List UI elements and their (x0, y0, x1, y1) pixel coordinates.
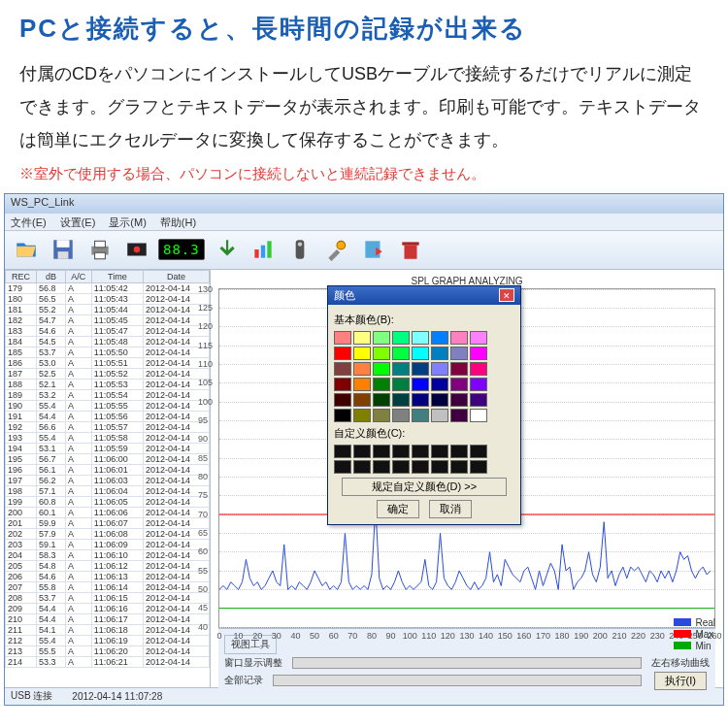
dialog-titlebar[interactable]: 颜色 ✕ (328, 286, 520, 305)
color-swatch[interactable] (334, 331, 351, 345)
color-swatch[interactable] (353, 409, 371, 422)
color-swatch[interactable] (373, 393, 390, 407)
tools-icon[interactable] (321, 234, 352, 265)
color-swatch[interactable] (353, 393, 371, 407)
color-swatch[interactable] (412, 378, 429, 391)
view-tools-label: 视图工具 (224, 635, 277, 654)
color-swatch[interactable] (470, 347, 487, 360)
svg-rect-8 (254, 249, 258, 258)
color-swatch[interactable] (392, 331, 410, 345)
color-swatch[interactable] (450, 409, 468, 422)
color-swatch[interactable] (392, 347, 410, 360)
chart-icon[interactable] (248, 234, 279, 265)
window-adjust-scrollbar[interactable] (292, 657, 642, 669)
color-swatch[interactable] (431, 378, 448, 391)
custom-swatch[interactable] (353, 460, 371, 474)
color-swatch[interactable] (450, 362, 468, 376)
ok-button[interactable]: 确定 (377, 500, 419, 518)
custom-color-swatches[interactable] (334, 445, 514, 474)
custom-swatch[interactable] (470, 460, 487, 474)
custom-swatch[interactable] (334, 445, 351, 458)
color-swatch[interactable] (431, 331, 448, 345)
all-records-scrollbar[interactable] (273, 675, 642, 686)
page-description: 付属のCDをパソコンにインストールしてUSBケーブルで接続するだけでリアルに測定… (0, 53, 728, 165)
color-swatch[interactable] (450, 393, 468, 407)
data-table[interactable]: RECdBA/CTimeDate17956.8A11:05:422012-04-… (5, 270, 211, 687)
color-swatch[interactable] (334, 362, 351, 376)
menu-file[interactable]: 文件(E) (11, 215, 47, 228)
custom-swatch[interactable] (334, 460, 351, 474)
color-swatch[interactable] (470, 378, 487, 391)
custom-swatch[interactable] (431, 460, 448, 474)
color-swatch[interactable] (373, 331, 390, 345)
color-swatch[interactable] (353, 378, 371, 391)
color-swatch[interactable] (373, 347, 390, 360)
menu-view[interactable]: 显示(M) (109, 215, 147, 228)
color-swatch[interactable] (431, 409, 448, 422)
color-swatch[interactable] (334, 409, 351, 422)
download-icon[interactable] (211, 234, 242, 265)
custom-swatch[interactable] (431, 445, 448, 458)
define-custom-button[interactable]: 规定自定义颜色(D) >> (342, 478, 507, 496)
color-swatch[interactable] (470, 409, 487, 422)
meter-icon[interactable] (284, 234, 315, 265)
color-swatch[interactable] (470, 331, 487, 345)
custom-swatch[interactable] (450, 445, 468, 458)
close-icon[interactable]: ✕ (499, 288, 514, 302)
open-icon[interactable] (11, 234, 42, 265)
menu-bar[interactable]: 文件(E) 设置(E) 显示(M) 帮助(H) (5, 214, 723, 231)
custom-swatch[interactable] (412, 445, 429, 458)
print-icon[interactable] (84, 234, 116, 265)
color-swatch[interactable] (373, 378, 390, 391)
color-swatch[interactable] (412, 362, 429, 376)
cancel-button[interactable]: 取消 (429, 500, 472, 518)
menu-settings[interactable]: 设置(E) (60, 215, 96, 228)
color-swatch[interactable] (373, 409, 390, 422)
export-icon[interactable] (358, 234, 389, 265)
svg-rect-4 (95, 241, 106, 248)
color-swatch[interactable] (353, 347, 371, 360)
custom-swatch[interactable] (373, 460, 390, 474)
color-swatch[interactable] (470, 393, 487, 407)
custom-swatch[interactable] (412, 460, 429, 474)
execute-button[interactable]: 执行(I) (654, 672, 707, 690)
color-swatch[interactable] (334, 347, 351, 360)
color-swatch[interactable] (450, 347, 468, 360)
custom-swatch[interactable] (392, 445, 410, 458)
color-swatch[interactable] (431, 347, 448, 360)
color-swatch[interactable] (353, 331, 371, 345)
color-swatch[interactable] (412, 331, 429, 345)
toolbar: 88.3 (5, 231, 723, 270)
color-swatch[interactable] (392, 409, 410, 422)
svg-rect-15 (404, 246, 416, 259)
color-swatch[interactable] (373, 362, 390, 376)
custom-swatch[interactable] (392, 460, 410, 474)
color-swatch[interactable] (412, 409, 429, 422)
save-icon[interactable] (48, 234, 79, 265)
menu-help[interactable]: 帮助(H) (160, 215, 196, 228)
chart-legend: Real Max Min (674, 616, 715, 652)
page-warning: ※室外で使用する場合、パソコンに接続しないと連続記録できません。 (0, 165, 728, 193)
color-swatch[interactable] (334, 378, 351, 391)
custom-swatch[interactable] (470, 445, 487, 458)
color-swatch[interactable] (470, 362, 487, 376)
custom-swatch[interactable] (353, 445, 371, 458)
color-swatch[interactable] (412, 347, 429, 360)
color-swatch[interactable] (392, 362, 410, 376)
color-swatch[interactable] (392, 393, 410, 407)
record-icon[interactable] (121, 234, 152, 265)
basic-color-swatches[interactable] (334, 331, 514, 422)
color-swatch[interactable] (450, 331, 468, 345)
color-dialog[interactable]: 颜色 ✕ 基本颜色(B): 自定义颜色(C): 规定自定义颜色(D) >> 确定… (327, 285, 521, 525)
color-swatch[interactable] (431, 362, 448, 376)
custom-swatch[interactable] (373, 445, 390, 458)
color-swatch[interactable] (412, 393, 429, 407)
custom-swatch[interactable] (450, 460, 468, 474)
color-swatch[interactable] (431, 393, 448, 407)
delete-icon[interactable] (395, 234, 426, 265)
color-swatch[interactable] (450, 378, 468, 391)
color-swatch[interactable] (353, 362, 371, 376)
app-window: WS_PC_Link 文件(E) 设置(E) 显示(M) 帮助(H) 88.3 … (4, 193, 724, 706)
color-swatch[interactable] (392, 378, 410, 391)
color-swatch[interactable] (334, 393, 351, 407)
